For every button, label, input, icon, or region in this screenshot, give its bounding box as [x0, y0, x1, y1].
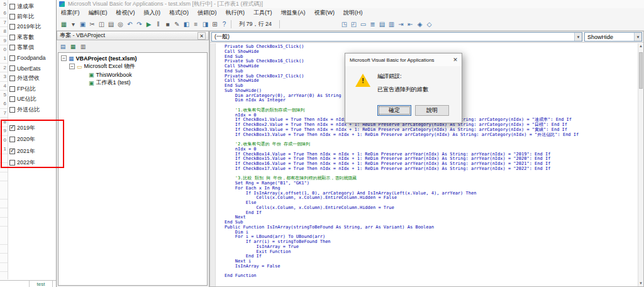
break-icon[interactable]: ‖ [153, 20, 163, 29]
code-line[interactable]: Cells(x.Column, x.Column).EntireColumn.H… [225, 206, 638, 211]
scrollbar-thumb[interactable] [639, 52, 643, 89]
project-panel-header[interactable]: 專案 - VBAProject ✕ [57, 31, 209, 40]
checkbox-icon[interactable] [9, 96, 15, 102]
menu-item[interactable]: 格式(O) [165, 9, 193, 17]
excel-row-header[interactable]: 8 [0, 27, 8, 36]
project-tree-item[interactable]: − ▭ Microsoft Excel 物件 [58, 62, 207, 70]
object-dropdown[interactable]: (一般) ▾ [211, 32, 582, 42]
uncomment-block-icon[interactable]: ▥ [387, 20, 396, 29]
save-icon[interactable]: ▣ [78, 20, 87, 29]
menu-item[interactable]: 檢視(V) [112, 9, 140, 17]
excel-row-header[interactable]: 0 [0, 45, 8, 54]
code-line[interactable]: End Function [225, 274, 638, 279]
checkbox-icon[interactable] [9, 14, 15, 20]
help-button[interactable]: 說明 [415, 105, 449, 116]
year-checkbox-row[interactable]: 2021年 [9, 145, 55, 157]
menu-item[interactable]: 執行(R) [221, 9, 250, 17]
code-margin-indicator-bar[interactable] [210, 43, 216, 286]
menu-item[interactable]: 視窗(W) [310, 9, 340, 17]
checkbox-icon[interactable] [9, 125, 15, 131]
code-line[interactable]: If CheckBox17.Value = True Then nIdx = n… [225, 167, 638, 172]
category-checkbox-row[interactable]: 達成率 [9, 1, 55, 11]
category-checkbox-row[interactable]: Foodpanda [9, 53, 55, 63]
run-icon[interactable]: ▶ [144, 20, 153, 29]
category-checkbox-row[interactable]: 外送營收 [9, 74, 55, 84]
code-line[interactable]: Private Sub CheckBox15_Click() [225, 45, 638, 50]
view-object-icon[interactable]: ▦ [69, 42, 77, 50]
category-checkbox-row[interactable]: 前年比 [9, 11, 55, 21]
excel-row-header[interactable]: 6 [0, 9, 8, 18]
locals-window-icon[interactable]: ◰ [349, 20, 358, 29]
menu-item[interactable]: 工具(T) [249, 9, 277, 17]
procedure-dropdown[interactable]: ShowHide ▾ [584, 32, 642, 42]
code-line[interactable]: Cells(x.Column, x.Column).EntireColumn.H… [225, 196, 638, 201]
checkbox-icon[interactable] [9, 65, 15, 71]
category-checkbox-row[interactable]: 2019年比 [9, 22, 55, 32]
excel-row-header[interactable]: 6 [0, 99, 8, 108]
code-line[interactable]: Next [225, 215, 638, 220]
close-icon[interactable]: ✕ [449, 53, 462, 66]
category-checkbox-row[interactable]: UberEats [9, 63, 55, 73]
ok-button[interactable]: 確定 [377, 105, 411, 116]
category-checkbox-row[interactable]: 客單價 [9, 43, 55, 53]
insert-object-dropdown-icon[interactable]: ▾ [69, 20, 78, 29]
excel-row-number-gutter[interactable]: 56789012345678901 [0, 0, 8, 279]
checkbox-icon[interactable] [9, 4, 15, 9]
code-line[interactable]: End If [225, 254, 638, 259]
year-checkbox-row[interactable]: 2022年 [9, 157, 55, 169]
tree-expander-icon[interactable]: − [61, 55, 67, 61]
excel-row-header[interactable]: 1 [0, 54, 8, 63]
checkbox-icon[interactable] [9, 45, 15, 50]
project-explorer-icon[interactable]: ◧ [182, 20, 191, 29]
immediate-window-icon[interactable]: ▭ [358, 20, 368, 29]
view-excel-icon[interactable]: ▦ [59, 20, 69, 29]
excel-row-header[interactable]: 5 [0, 0, 8, 9]
vertical-scrollbar[interactable]: ▲ ▼ [638, 43, 643, 286]
excel-row-header[interactable]: 1 [0, 145, 8, 154]
excel-row-header[interactable]: 8 [0, 118, 8, 127]
copy-icon[interactable]: ◫ [97, 20, 106, 29]
checkbox-icon[interactable] [9, 137, 15, 142]
excel-row-header[interactable]: 7 [0, 18, 8, 27]
project-tree-item[interactable]: − ▣ 工作表1 (test) [58, 79, 207, 87]
paste-icon[interactable]: ▤ [106, 20, 116, 29]
checkbox-icon[interactable] [9, 160, 15, 166]
excel-row-header[interactable]: 7 [0, 109, 8, 118]
design-mode-icon[interactable]: ✎ [172, 20, 182, 29]
vba-title-bar[interactable]: Microsoft Visual Basic for Applications … [57, 0, 644, 8]
help-icon[interactable]: ? [219, 20, 229, 29]
checkbox-icon[interactable] [9, 55, 15, 61]
indent-icon[interactable]: ⇥ [396, 20, 406, 29]
excel-row-header[interactable]: 4 [0, 82, 8, 91]
code-line[interactable]: End If [225, 211, 638, 216]
code-line[interactable]: Set Rng = Range("B1", "GK1") [225, 181, 638, 186]
sheet-tab-test[interactable]: test [29, 281, 53, 287]
checkbox-icon[interactable] [9, 86, 15, 92]
category-checkbox-row[interactable]: UE佔比 [9, 94, 55, 104]
toggle-bookmark-icon[interactable]: ◈ [415, 20, 425, 29]
comment-block-icon[interactable]: ▤ [377, 20, 387, 29]
undo-icon[interactable]: ↶ [125, 20, 135, 29]
watch-window-icon[interactable]: ◳ [340, 20, 349, 29]
year-checkbox-row[interactable]: 2020年 [9, 134, 55, 146]
category-checkbox-row[interactable]: 外送佔比 [9, 104, 55, 115]
toggle-folders-icon[interactable]: ▥ [79, 42, 87, 50]
excel-row-header[interactable]: 3 [0, 72, 8, 81]
menu-item[interactable]: 偵錯(D) [193, 9, 221, 17]
call-stack-icon[interactable]: ≣ [368, 20, 377, 29]
project-tree-item[interactable]: − ▦ VBAProject (test.xlsm) [58, 54, 207, 62]
tree-expander-icon[interactable]: − [69, 64, 75, 69]
object-browser-icon[interactable]: ◨ [201, 20, 210, 29]
close-icon[interactable]: ✕ [197, 32, 206, 40]
chevron-down-icon[interactable]: ▾ [574, 33, 582, 41]
excel-row-header[interactable]: 5 [0, 91, 8, 99]
menu-item[interactable]: 說明(H) [339, 9, 367, 17]
view-code-icon[interactable]: ▤ [58, 42, 67, 50]
code-line[interactable]: Exit Function [225, 250, 638, 255]
checkbox-icon[interactable] [9, 149, 15, 154]
toolbox-icon[interactable]: ⊞ [210, 20, 219, 29]
cut-icon[interactable]: ✂ [87, 20, 97, 29]
excel-row-header[interactable]: 0 [0, 136, 8, 145]
checkbox-icon[interactable] [9, 107, 15, 113]
code-line[interactable]: Next i [225, 259, 638, 264]
